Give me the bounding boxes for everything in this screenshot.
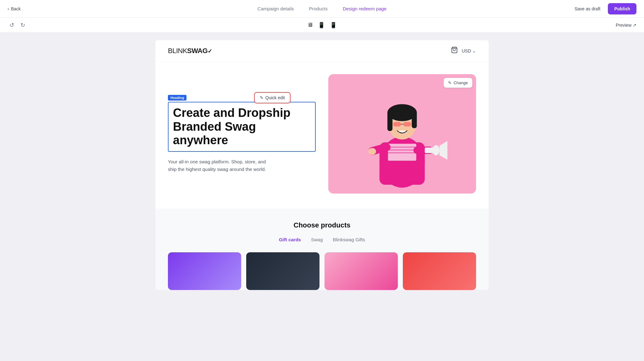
svg-rect-6 — [388, 152, 416, 154]
tab-design-redeem-page[interactable]: Design redeem page — [343, 5, 386, 13]
save-draft-button[interactable]: Save as draft — [571, 4, 604, 14]
change-pencil-icon: ✎ — [448, 80, 452, 85]
product-tabs: Gift cards Swag Blinkswag Gifts — [168, 236, 476, 243]
tab-blinkswag-gifts[interactable]: Blinkswag Gifts — [333, 236, 365, 243]
svg-rect-9 — [387, 111, 392, 131]
svg-rect-12 — [403, 122, 411, 126]
currency-chevron-icon: ⌄ — [472, 48, 476, 53]
desktop-view-button[interactable]: 🖥 — [305, 20, 315, 30]
svg-marker-18 — [440, 141, 447, 160]
brand-logo: BLINKSWAG✓ — [168, 47, 212, 55]
tab-swag[interactable]: Swag — [311, 236, 323, 243]
svg-point-19 — [368, 148, 376, 155]
preview-button[interactable]: Preview ↗ — [616, 23, 636, 28]
svg-rect-17 — [425, 147, 438, 153]
hero-heading: Create and Dropship Branded Swag anywher… — [173, 106, 311, 147]
logo-blink-text: BLINK — [168, 47, 187, 55]
preview-label: Preview — [616, 23, 631, 28]
svg-rect-11 — [393, 122, 401, 126]
mobile-view-button[interactable]: 📱 — [328, 20, 339, 30]
choose-products-title: Choose products — [168, 221, 476, 229]
back-label: Back — [11, 6, 21, 11]
tab-gift-cards[interactable]: Gift cards — [279, 236, 301, 243]
undo-button[interactable]: ↺ — [8, 20, 16, 30]
product-grid — [168, 252, 476, 290]
product-card-4[interactable] — [403, 252, 476, 290]
canvas: BLINKSWAG✓ USD ⌄ ✎ Quick edit — [155, 40, 489, 290]
tablet-view-button[interactable]: 📱 — [316, 20, 327, 30]
device-preview-group: 🖥 📱 📱 — [305, 20, 339, 30]
change-label: Change — [453, 80, 468, 85]
hero-person-illustration — [339, 80, 465, 188]
change-image-button[interactable]: ✎ Change — [444, 78, 472, 88]
top-nav: ‹ Back Campaign details Products Design … — [0, 0, 644, 18]
main-content: BLINKSWAG✓ USD ⌄ ✎ Quick edit — [0, 33, 644, 361]
currency-label: USD — [462, 48, 471, 53]
publish-button[interactable]: Publish — [608, 3, 636, 14]
editor-toolbar: ↺ ↻ 🖥 📱 📱 Preview ↗ — [0, 18, 644, 33]
preview-arrow-icon: ↗ — [633, 23, 636, 28]
hero-description: Your all-in one swag platform. Shop, sto… — [168, 158, 275, 173]
nav-tabs: Campaign details Products Design redeem … — [258, 5, 386, 13]
product-card-2[interactable] — [246, 252, 319, 290]
back-arrow-icon: ‹ — [8, 6, 9, 11]
svg-rect-5 — [388, 150, 416, 151]
hero-heading-box[interactable]: Create and Dropship Branded Swag anywher… — [168, 102, 316, 152]
pencil-icon: ✎ — [260, 95, 264, 100]
cart-icon — [451, 46, 458, 53]
product-card-1[interactable] — [168, 252, 241, 290]
product-card-3[interactable] — [325, 252, 398, 290]
tab-campaign-details[interactable]: Campaign details — [258, 5, 294, 13]
logo-check-icon: ✓ — [208, 48, 212, 54]
svg-rect-10 — [412, 111, 417, 128]
logo-swag-text: SWAG — [187, 47, 208, 55]
nav-actions: Save as draft Publish — [571, 3, 636, 14]
products-section: Choose products Gift cards Swag Blinkswa… — [155, 209, 489, 290]
hero-section: ✎ Quick edit Heading Create and Dropship… — [155, 62, 489, 209]
currency-selector[interactable]: USD ⌄ — [462, 48, 476, 53]
hero-image: ✎ Change — [328, 74, 476, 194]
redo-button[interactable]: ↻ — [19, 20, 27, 30]
back-button[interactable]: ‹ Back — [8, 6, 21, 11]
quick-edit-button[interactable]: ✎ Quick edit — [254, 92, 291, 103]
undo-redo-group: ↺ ↻ — [8, 20, 27, 30]
svg-rect-4 — [388, 147, 416, 148]
quick-edit-label: Quick edit — [265, 95, 285, 100]
cart-button[interactable] — [451, 46, 458, 55]
heading-badge: Heading — [168, 95, 186, 101]
canvas-header-right: USD ⌄ — [451, 46, 476, 55]
canvas-header: BLINKSWAG✓ USD ⌄ — [155, 40, 489, 62]
tab-products[interactable]: Products — [309, 5, 328, 13]
hero-left: ✎ Quick edit Heading Create and Dropship… — [168, 95, 316, 173]
